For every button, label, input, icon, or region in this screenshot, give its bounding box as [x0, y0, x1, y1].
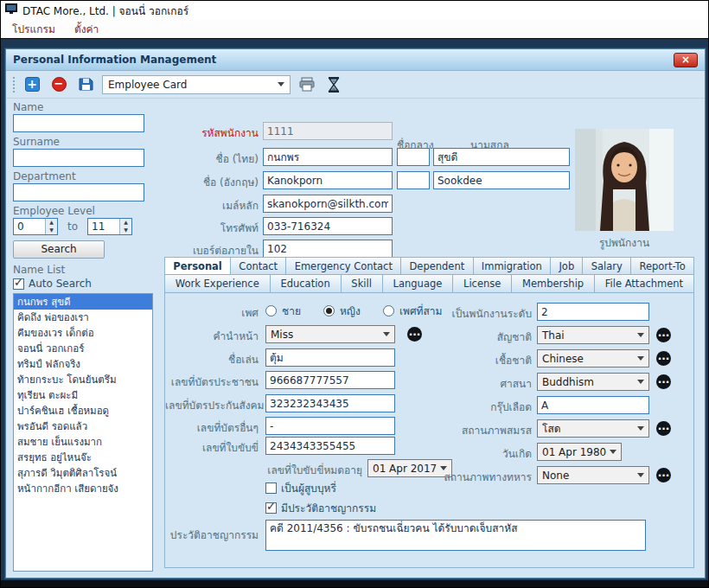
list-item[interactable]: ทริมป์ ฟลักจริง	[14, 356, 152, 372]
tab-report-to[interactable]: Report-To	[631, 257, 694, 275]
gender-male-label: ชาย	[282, 303, 301, 319]
religion-select[interactable]: Buddhism	[537, 373, 649, 391]
chevron-down-icon	[637, 356, 644, 361]
checkbox-unchecked-icon	[265, 483, 277, 494]
nickname-label: ชื่อเล่น	[165, 351, 259, 368]
list-item[interactable]: กนกพร สุขดี	[14, 294, 152, 310]
nationality-browse-button[interactable]: ···	[656, 328, 671, 342]
marital-browse-button[interactable]: ···	[656, 421, 671, 436]
list-item[interactable]: คิดถึง พ่อของเรา	[14, 310, 152, 325]
report-type-select[interactable]: Employee Card	[102, 75, 291, 94]
list-item[interactable]: จอนนี่ วอกเกอร์	[14, 341, 152, 356]
religion-browse-button[interactable]: ···	[656, 374, 671, 389]
menu-settings[interactable]: ตั้งค่า	[65, 19, 108, 39]
tab-skill[interactable]: Skill	[342, 275, 383, 293]
tab-dependent[interactable]: Dependent	[401, 257, 473, 275]
tab-work-experience[interactable]: Work Experience	[164, 275, 271, 293]
email-input[interactable]	[263, 195, 393, 213]
race-select[interactable]: Chinese	[537, 349, 649, 368]
gender-female-radio[interactable]	[323, 305, 335, 316]
employee-photo	[575, 129, 674, 231]
extension-input[interactable]	[263, 240, 393, 258]
close-button[interactable]: ×	[674, 53, 698, 67]
department-input[interactable]	[13, 183, 144, 201]
ellipsis-icon: ···	[658, 471, 670, 480]
checkbox-checked-icon: ✓	[13, 278, 24, 290]
bottom-border	[1, 580, 708, 587]
toolbar-grip[interactable]	[13, 77, 16, 93]
surname-input[interactable]	[13, 149, 144, 167]
menu-bar: โปรแกรม ตั้งค่า	[1, 20, 708, 39]
child-titlebar[interactable]: Personal Information Management ×	[6, 49, 705, 71]
tab-emergency-contact[interactable]: Emergency Contact	[286, 257, 401, 275]
level-to-label: to	[67, 220, 78, 233]
list-item[interactable]: ปาร์คชินเฮ เชื้อหมอดู	[14, 403, 152, 419]
auto-search-checkbox[interactable]: ✓ Auto Search	[13, 278, 156, 290]
title-label: คำนำหน้า	[165, 328, 259, 344]
level-from-spinner[interactable]: 0 ▲ ▼	[13, 218, 58, 235]
birthdate-select[interactable]: 01 Apr 1980	[537, 443, 622, 461]
chevron-down-icon	[637, 473, 644, 477]
criminal-history-textarea[interactable]: คดี 2011/4356 : ขับรถชนเฉี่ยวคน ได้รับบา…	[265, 520, 646, 551]
level-to-spinner[interactable]: 11 ▲ ▼	[87, 218, 132, 235]
print-button[interactable]	[297, 74, 317, 95]
list-item[interactable]: สรยุทธ อยู่ไหนจ๊ะ	[14, 450, 152, 465]
chevron-down-icon	[610, 450, 616, 454]
tab-file-attachment[interactable]: File Attachment	[595, 275, 694, 293]
add-record-button[interactable]: +	[22, 74, 42, 95]
license-expire-label: เลขที่ใบขับขี่หมดอายุ	[165, 462, 362, 478]
tab-license[interactable]: License	[453, 275, 512, 293]
tab-salary[interactable]: Salary	[583, 257, 631, 275]
gender-male-radio[interactable]	[265, 305, 277, 316]
military-status-value: None	[542, 470, 569, 482]
list-item[interactable]: พรอันดี รอดแล้ว	[14, 419, 152, 434]
list-item[interactable]: คีมของเวร เด็กต่อ	[14, 325, 152, 341]
eng-middle-input[interactable]	[397, 171, 430, 189]
history-button[interactable]	[323, 74, 344, 95]
level-to-value: 11	[88, 219, 119, 234]
military-status-select[interactable]: None	[537, 466, 649, 484]
spinner-up-icon[interactable]: ▲	[46, 219, 57, 227]
menu-program[interactable]: โปรแกรม	[3, 19, 65, 39]
list-item[interactable]: หน้ากากอีกา เสียดายจัง	[14, 481, 152, 496]
thai-first-input[interactable]	[263, 148, 393, 166]
phone-input[interactable]	[263, 217, 393, 235]
list-item[interactable]: ท้ายกระบะ โดนย้นตรึม	[14, 372, 152, 387]
spinner-down-icon[interactable]: ▼	[46, 227, 57, 234]
chevron-down-icon	[637, 380, 644, 384]
tab-personal[interactable]: Personal	[164, 257, 231, 275]
employee-grade-input[interactable]	[537, 303, 649, 321]
tab-job[interactable]: Job	[551, 257, 583, 275]
military-browse-button[interactable]: ···	[656, 468, 671, 483]
save-button[interactable]	[75, 74, 96, 95]
list-item[interactable]: ทุเรียน ตะผะมี	[14, 387, 152, 403]
list-item[interactable]: สมชาย เย็นแรงมาก	[14, 434, 152, 450]
thai-middle-input[interactable]	[397, 148, 430, 166]
race-browse-button[interactable]: ···	[656, 351, 671, 366]
tab-immigration[interactable]: Immigration	[474, 257, 552, 275]
phone-label: โทรศัพท์	[127, 220, 259, 236]
marital-status-select[interactable]: โสด	[537, 419, 649, 438]
name-listbox[interactable]: กนกพร สุขดี คิดถึง พ่อของเรา คีมของเวร เ…	[13, 293, 153, 572]
tab-education[interactable]: Education	[271, 275, 342, 293]
thai-last-input[interactable]	[433, 148, 570, 166]
other-id-label: เลขที่บัตรอื่นๆ	[165, 419, 259, 436]
blood-group-input[interactable]	[537, 396, 649, 414]
tab-membership[interactable]: Membership	[512, 275, 595, 293]
tab-contact[interactable]: Contact	[231, 257, 286, 275]
search-button[interactable]: Search	[13, 240, 105, 259]
nationality-select[interactable]: Thai	[537, 326, 649, 344]
delete-record-button[interactable]: −	[48, 74, 69, 95]
employee-id-label: รหัสพนักงาน	[127, 125, 259, 141]
smoker-checkbox[interactable]: เป็นผู้สูบบุหรี่	[265, 480, 336, 496]
eng-first-input[interactable]	[263, 171, 393, 189]
criminal-record-checkbox[interactable]: ✓ มีประวัติอาชญากรรม	[265, 500, 376, 516]
religion-label: ศาสนา	[364, 375, 532, 392]
name-input[interactable]	[13, 114, 144, 132]
list-item[interactable]: สุภารดี วิมุตติศิลาโรจน์	[14, 465, 152, 481]
tab-language[interactable]: Language	[383, 275, 453, 293]
ellipsis-icon: ···	[658, 355, 670, 363]
tab-control: Personal Contact Emergency Contact Depen…	[164, 257, 694, 293]
eng-last-input[interactable]	[433, 171, 570, 189]
employee-id-field	[263, 122, 393, 140]
